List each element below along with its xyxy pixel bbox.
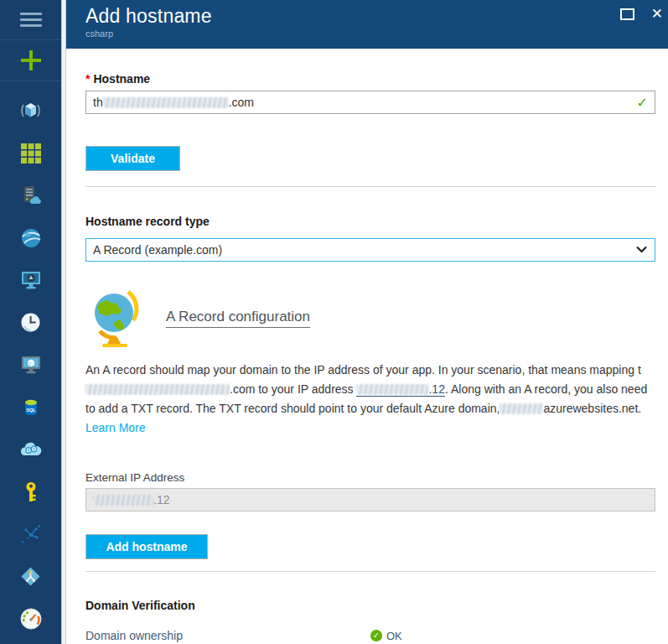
redacted-text	[93, 495, 153, 506]
cube-icon	[19, 100, 42, 122]
page-title: Add hostname	[85, 0, 668, 28]
verification-label: Domain ownership	[85, 629, 370, 642]
chevron-down-icon	[636, 246, 647, 253]
sidebar-item-resource-groups[interactable]	[0, 132, 61, 175]
maximize-button[interactable]	[620, 8, 634, 20]
record-type-label: Hostname record type	[85, 215, 655, 228]
monitor-circle-icon	[20, 269, 42, 291]
blade-header: Add hostname csharp ✕	[66, 0, 668, 49]
sql-database-icon: SQL	[20, 397, 42, 418]
key-icon	[22, 481, 40, 503]
monitor-cube-icon	[20, 354, 42, 376]
hostname-input[interactable]: th.com ✓	[85, 91, 655, 114]
verification-row: Domain ownership ✓ OK	[85, 627, 655, 644]
sidebar-item-web-apps[interactable]	[0, 217, 61, 260]
hamburger-menu-button[interactable]	[0, 0, 61, 40]
redacted-text	[103, 97, 229, 108]
hostname-label: *Hostname	[85, 72, 655, 86]
cloud-circles-icon	[19, 440, 43, 459]
sidebar-item-recent[interactable]	[0, 302, 61, 345]
left-nav: SQL	[0, 0, 61, 644]
sidebar-item-monitor[interactable]	[0, 598, 61, 641]
status-badge: ✓ OK	[370, 630, 402, 642]
ip-address-link[interactable]: .12	[356, 382, 444, 397]
sidebar-item-virtual-networks[interactable]	[0, 513, 61, 556]
validate-button[interactable]: Validate	[85, 146, 180, 171]
blade-content: *Hostname th.com ✓ Validate Hostname rec…	[66, 49, 668, 644]
svg-text:SQL: SQL	[26, 407, 36, 412]
grid-icon	[21, 143, 41, 164]
check-circle-icon: ✓	[370, 630, 382, 641]
sidebar-item-all-resources[interactable]	[0, 90, 61, 132]
a-record-description: An A record should map your domain to th…	[85, 361, 655, 438]
valid-check-icon: ✓	[637, 95, 648, 111]
domain-verification-heading: Domain Verification	[85, 599, 655, 612]
close-button[interactable]: ✕	[651, 8, 663, 20]
redacted-text	[85, 384, 230, 395]
menu-icon	[20, 13, 42, 28]
network-icon	[20, 523, 42, 545]
globe-sphere-icon	[20, 227, 42, 249]
sidebar-item-sql-databases[interactable]: SQL	[0, 387, 61, 429]
clock-icon	[20, 312, 41, 333]
sidebar-item-virtual-machines[interactable]	[0, 344, 61, 387]
maximize-icon	[620, 8, 634, 20]
globe-icon	[92, 285, 140, 351]
sidebar-item-cloud-services[interactable]	[0, 428, 61, 471]
sidebar-item-subscriptions[interactable]	[0, 471, 61, 514]
server-cloud-icon	[20, 184, 42, 206]
section-divider	[85, 571, 655, 572]
sidebar-item-active-directory[interactable]	[0, 556, 61, 599]
add-hostname-blade: Add hostname csharp ✕ *Hostname th.com ✓…	[66, 0, 668, 644]
close-icon: ✕	[651, 8, 663, 20]
plus-icon	[19, 49, 43, 72]
redacted-text	[500, 403, 543, 414]
add-hostname-button[interactable]: Add hostname	[85, 534, 208, 559]
sidebar-item-vm-classic[interactable]	[0, 259, 61, 302]
section-divider	[85, 186, 655, 187]
a-record-configuration-link[interactable]: A Record configuration	[166, 309, 310, 328]
required-marker: *	[85, 72, 90, 86]
external-ip-input: .12	[85, 488, 655, 512]
active-directory-icon	[19, 565, 42, 588]
record-type-dropdown[interactable]: A Record (example.com)	[85, 238, 655, 262]
sidebar-item-app-services[interactable]	[0, 174, 61, 217]
gauge-icon	[20, 608, 42, 630]
learn-more-link[interactable]: Learn More	[85, 421, 146, 434]
page-subtitle: csharp	[85, 29, 668, 39]
redacted-text	[356, 384, 428, 395]
external-ip-label: External IP Address	[85, 471, 655, 484]
new-resource-button[interactable]	[0, 40, 61, 81]
